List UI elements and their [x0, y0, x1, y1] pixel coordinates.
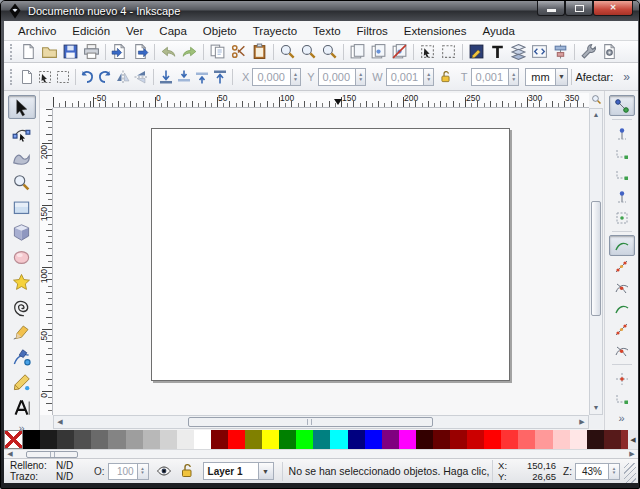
- palette-swatch[interactable]: [126, 430, 143, 449]
- flip-horizontal-button[interactable]: [114, 67, 132, 87]
- cut-button[interactable]: [228, 42, 249, 62]
- pencil-tool-button[interactable]: [8, 320, 36, 344]
- rotate-ccw-button[interactable]: [78, 67, 96, 87]
- vertical-scrollbar[interactable]: ▲ ▼: [589, 108, 603, 415]
- menu-filtros[interactable]: Filtros: [349, 23, 396, 39]
- snap-bbox-centers-button[interactable]: [609, 207, 635, 228]
- raise-to-top-button[interactable]: [211, 67, 229, 87]
- lock-ratio-icon[interactable]: [439, 69, 452, 85]
- spiral-tool-button[interactable]: [8, 295, 36, 319]
- palette-swatch[interactable]: [330, 430, 347, 449]
- enable-snapping-button[interactable]: [609, 95, 635, 116]
- palette-scroll-left-icon[interactable]: ◀: [628, 430, 638, 449]
- star-tool-button[interactable]: [8, 270, 36, 294]
- print-button[interactable]: [81, 42, 102, 62]
- layers-dialog-button[interactable]: [508, 42, 529, 62]
- palette-swatch[interactable]: [467, 430, 484, 449]
- palette-swatch[interactable]: [518, 430, 535, 449]
- x-field[interactable]: 0,000: [252, 68, 291, 86]
- palette-swatch[interactable]: [23, 430, 40, 449]
- layer-visibility-eye-icon[interactable]: [156, 463, 172, 479]
- create-clone-button[interactable]: [368, 42, 389, 62]
- snap-path-intersections-button[interactable]: [609, 277, 635, 298]
- redo-button[interactable]: [179, 42, 200, 62]
- menu-ver[interactable]: Ver: [118, 23, 151, 39]
- ungroup-button[interactable]: [438, 42, 459, 62]
- zoom-spinner[interactable]: ▲▼: [609, 463, 620, 480]
- export-button[interactable]: [130, 42, 151, 62]
- scroll-right-icon[interactable]: ▶: [576, 416, 588, 428]
- fill-stroke-dialog-button[interactable]: [466, 42, 487, 62]
- snap-paths-button[interactable]: [609, 256, 635, 277]
- palette-swatch[interactable]: [57, 430, 74, 449]
- align-distribute-button[interactable]: [550, 42, 571, 62]
- palette-swatch[interactable]: [313, 430, 330, 449]
- layer-dropdown-button[interactable]: ▼: [259, 462, 274, 480]
- snap-midpoints-button[interactable]: [609, 340, 635, 361]
- toolbar-grip[interactable]: [10, 44, 15, 60]
- minimize-button[interactable]: [537, 1, 565, 16]
- palette-swatch[interactable]: [108, 430, 125, 449]
- duplicate-button[interactable]: [347, 42, 368, 62]
- units-select[interactable]: mm: [525, 68, 555, 86]
- raise-button[interactable]: [193, 67, 211, 87]
- flip-vertical-button[interactable]: [132, 67, 150, 87]
- palette-swatch[interactable]: [416, 430, 433, 449]
- y-spinner[interactable]: ▲▼: [356, 68, 366, 86]
- undo-button[interactable]: [158, 42, 179, 62]
- snap-nodes-button[interactable]: [609, 235, 635, 256]
- zoom-selection-button[interactable]: [277, 42, 298, 62]
- resize-grip[interactable]: [624, 463, 636, 483]
- palette-swatch[interactable]: [484, 430, 501, 449]
- new-document-button[interactable]: [18, 42, 39, 62]
- document-properties-button[interactable]: [599, 42, 620, 62]
- palette-swatch-none[interactable]: [4, 430, 23, 449]
- layer-lock-icon[interactable]: [179, 463, 195, 479]
- menu-edicion[interactable]: Edición: [64, 23, 118, 39]
- zoom-field[interactable]: 43%: [575, 463, 609, 480]
- width-spinner[interactable]: ▲▼: [424, 68, 434, 86]
- deselect-button[interactable]: [54, 67, 72, 87]
- vertical-ruler[interactable]: 200 150 100 50 0: [40, 108, 53, 415]
- palette-scroll-thumb[interactable]: [26, 451, 78, 458]
- fill-stroke-indicator[interactable]: Relleno: N/D Trazo: N/D: [10, 460, 86, 482]
- palette-swatch[interactable]: [535, 430, 552, 449]
- horizontal-ruler[interactable]: -50 0 50 100 150 200 250 300 350: [53, 93, 589, 108]
- palette-swatch[interactable]: [279, 430, 296, 449]
- palette-swatch[interactable]: [348, 430, 365, 449]
- lower-to-bottom-button[interactable]: [157, 67, 175, 87]
- palette-swatch[interactable]: [40, 430, 57, 449]
- scroll-down-icon[interactable]: ▼: [590, 402, 602, 414]
- palette-swatch[interactable]: [143, 430, 160, 449]
- canvas[interactable]: [53, 108, 589, 415]
- toolbar-grip[interactable]: [10, 69, 15, 85]
- palette-swatch[interactable]: [570, 430, 587, 449]
- palette-swatch[interactable]: [160, 430, 177, 449]
- snap-smooth-nodes-button[interactable]: [609, 319, 635, 340]
- zoom-drawing-button[interactable]: [298, 42, 319, 62]
- snap-object-centers-button[interactable]: [609, 368, 635, 389]
- palette-swatch[interactable]: [91, 430, 108, 449]
- palette-swatch[interactable]: [450, 430, 467, 449]
- menu-ayuda[interactable]: Ayuda: [475, 23, 523, 39]
- palette-swatch[interactable]: [262, 430, 279, 449]
- toolbar-overflow-button[interactable]: »: [623, 70, 630, 84]
- palette-swatch[interactable]: [194, 430, 211, 449]
- menu-extensiones[interactable]: Extensiones: [396, 23, 475, 39]
- palette-swatch[interactable]: [211, 430, 228, 449]
- menu-objeto[interactable]: Objeto: [195, 23, 245, 39]
- copy-button[interactable]: [207, 42, 228, 62]
- snap-bbox-midpoints-button[interactable]: [609, 186, 635, 207]
- menu-archivo[interactable]: Archivo: [10, 23, 64, 39]
- width-field[interactable]: 0,001: [386, 68, 425, 86]
- palette-swatch[interactable]: [296, 430, 313, 449]
- palette-scrollbar[interactable]: ◀ ▶: [4, 449, 638, 458]
- group-button[interactable]: [417, 42, 438, 62]
- palette-swatch[interactable]: [501, 430, 518, 449]
- selector-tool-button[interactable]: [8, 95, 36, 119]
- maximize-button[interactable]: [565, 1, 593, 16]
- palette-swatch[interactable]: [604, 430, 621, 449]
- unlink-clone-button[interactable]: [389, 42, 410, 62]
- select-all-layers-button[interactable]: [36, 67, 54, 87]
- height-spinner[interactable]: ▲▼: [509, 68, 519, 86]
